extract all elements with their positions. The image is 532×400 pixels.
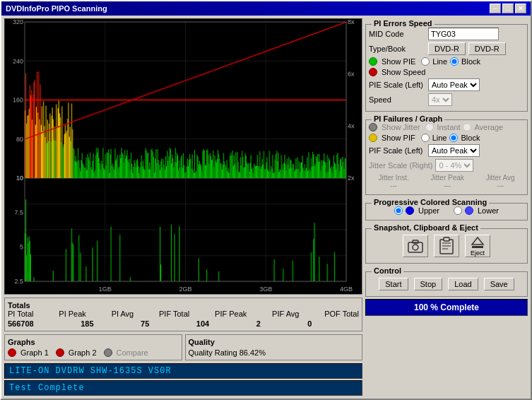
jitter-scale-label: Jitter Scale (Right): [369, 161, 432, 170]
jitter-avg-value: ---: [497, 182, 504, 189]
type-book-btn1[interactable]: DVD-R: [428, 42, 466, 55]
instant-label: Instant: [437, 123, 460, 131]
clipboard-button[interactable]: [434, 235, 459, 257]
lcd-display: LITE-ON DVDRW SHW-1635S VS0R Test Comple…: [4, 363, 362, 396]
pie-line-radio[interactable]: [421, 57, 430, 66]
svg-marker-8: [472, 237, 483, 245]
svg-point-1: [413, 245, 418, 250]
compare-dot: [104, 348, 112, 357]
graph2-dot: [56, 348, 64, 357]
show-pie-row: Show PIE Line Block: [369, 57, 524, 66]
pif-dot: [369, 134, 377, 142]
graph2-label[interactable]: Graph 2: [69, 348, 97, 357]
mid-code-input[interactable]: [428, 28, 499, 40]
pif-line-label: Line: [432, 134, 447, 142]
close-button[interactable]: ✕: [515, 4, 526, 13]
jitter-row: Show Jitter Instant Average: [369, 123, 524, 131]
pi-avg-value: 75: [141, 319, 149, 328]
right-panel: PI Errors Speed MID Code Type/Book DVD-R…: [365, 18, 528, 396]
pif-scale-select[interactable]: Auto Peak Auto Avg: [428, 144, 480, 157]
left-panel: Totals PI Total PI Peak PI Avg PIF Total…: [4, 18, 362, 396]
speed-select[interactable]: 4x: [428, 93, 452, 106]
jitter-inst-value: ---: [390, 182, 397, 189]
pif-block-label: Block: [461, 134, 480, 142]
pi-peak-label: PI Peak: [59, 310, 86, 318]
pi-total-value: 566708: [8, 319, 34, 328]
snapshot-button[interactable]: [403, 235, 428, 257]
pif-block-radio[interactable]: [449, 134, 458, 142]
snapshot-buttons-row: Eject: [369, 232, 524, 260]
pof-total-label: POF Total: [324, 310, 359, 318]
instant-radio[interactable]: [425, 123, 434, 131]
pie-scale-select[interactable]: Auto Peak Auto Avg: [428, 78, 480, 91]
progressive-row: Upper Lower: [369, 206, 524, 215]
type-book-btn2[interactable]: DVD-R: [468, 42, 506, 55]
compare-label[interactable]: Compare: [117, 348, 148, 357]
load-button[interactable]: Load: [448, 278, 478, 290]
control-section: Control Start Stop Load Save: [365, 271, 528, 297]
show-pif-row: Show PIF Line Block: [369, 134, 524, 142]
graph1-item: Graph 1: [8, 348, 49, 357]
speed-row: Speed 4x: [369, 93, 524, 106]
graph1-label[interactable]: Graph 1: [20, 348, 49, 357]
graph2-item: Graph 2: [56, 348, 97, 357]
mid-code-row: MID Code: [369, 28, 524, 40]
pie-block-label: Block: [461, 57, 480, 66]
pif-scale-label: PIF Scale (Left): [369, 146, 425, 155]
speed-dot: [369, 68, 377, 76]
progressive-section: Progressive Colored Scanning Upper Lower: [365, 203, 528, 220]
jitter-avg-label: Jitter Avg: [486, 174, 515, 182]
eject-button[interactable]: Eject: [465, 235, 490, 257]
jitter-inst-label: Jitter Inst.: [378, 174, 408, 182]
control-buttons-row: Start Stop Load Save: [369, 275, 524, 293]
minimize-button[interactable]: ─: [490, 4, 501, 13]
totals-values-row: 566708 185 75 104 2 0: [8, 319, 359, 328]
svg-rect-0: [408, 242, 422, 252]
totals-title: Totals: [8, 301, 30, 310]
quality-title: Quality: [189, 338, 360, 346]
pif-line-radio[interactable]: [421, 134, 430, 142]
clipboard-icon: [439, 237, 454, 255]
save-button[interactable]: Save: [484, 278, 514, 290]
show-pie-label: Show PIE: [382, 57, 415, 66]
eject-label: Eject: [471, 249, 485, 257]
mid-code-label: MID Code: [369, 30, 425, 38]
pif-avg-value: 0: [307, 319, 312, 328]
pi-failures-title: PI Failures / Graph: [372, 114, 444, 123]
pie-block-radio[interactable]: [450, 57, 459, 66]
average-radio[interactable]: [463, 123, 471, 131]
pif-peak-value: 2: [256, 319, 261, 328]
maximize-button[interactable]: □: [502, 4, 514, 13]
chart-area: [4, 18, 362, 295]
stop-button[interactable]: Stop: [414, 278, 443, 290]
pif-total-value: 104: [196, 319, 209, 328]
upper-dot: [406, 206, 414, 215]
graphs-quality-row: Graphs Graph 1 Graph 2 Compare: [4, 334, 362, 360]
show-pif-label: Show PIF: [382, 134, 415, 142]
lower-dot: [465, 206, 473, 215]
show-speed-row: Show Speed: [369, 68, 524, 76]
chart-canvas: [5, 19, 362, 294]
jitter-peak-value: ---: [444, 182, 451, 189]
progressive-title: Progressive Colored Scanning: [372, 198, 489, 206]
lower-label: Lower: [478, 206, 499, 215]
jitter-scale-select[interactable]: 0 - 4%: [435, 159, 473, 172]
pi-peak-value: 185: [81, 319, 93, 328]
start-button[interactable]: Start: [379, 278, 408, 290]
main-window: DVDInfoPro PIPO Scanning ─ □ ✕ Totals PI: [0, 0, 532, 400]
pif-scale-row: PIF Scale (Left) Auto Peak Auto Avg: [369, 144, 524, 157]
jitter-dot: [369, 123, 377, 131]
average-label: Average: [474, 123, 503, 131]
totals-header-row: PI Total PI Peak PI Avg PIF Total PIF Pe…: [8, 310, 359, 318]
eject-icon: [471, 236, 485, 249]
pi-avg-label: PI Avg: [112, 310, 134, 318]
pie-line-label: Line: [432, 57, 447, 66]
pi-total-label: PI Total: [8, 310, 34, 318]
pie-dot: [369, 57, 377, 66]
pif-avg-label: PIF Avg: [272, 310, 299, 318]
svg-rect-3: [440, 240, 453, 254]
upper-radio[interactable]: [394, 206, 403, 215]
snapshot-title: Snapshot, Clipboard & Eject: [372, 223, 480, 232]
lower-radio[interactable]: [454, 206, 462, 215]
graph1-dot: [8, 348, 16, 357]
